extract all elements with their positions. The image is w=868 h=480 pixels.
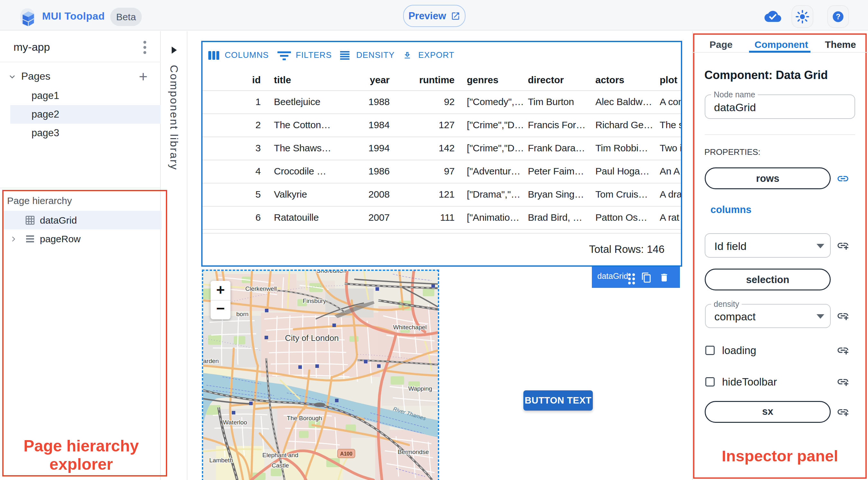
svg-text:Castle: Castle xyxy=(272,462,289,469)
svg-text:The Borough: The Borough xyxy=(287,415,322,421)
svg-text:Finsbury: Finsbury xyxy=(303,297,326,304)
svg-text:?: ? xyxy=(836,12,840,21)
svg-text:City of London: City of London xyxy=(285,333,339,343)
svg-text:Shoreditch: Shoreditch xyxy=(317,271,346,274)
svg-text:Wapping: Wapping xyxy=(408,385,432,392)
svg-text:Lambeth: Lambeth xyxy=(209,457,233,463)
svg-text:Bermondse: Bermondse xyxy=(398,449,429,455)
svg-text:Whitechapel: Whitechapel xyxy=(393,324,427,330)
svg-text:Elephant and: Elephant and xyxy=(262,452,298,458)
svg-text:arden: arden xyxy=(203,358,219,364)
svg-text:born: born xyxy=(236,311,248,317)
svg-text:Waterloo: Waterloo xyxy=(223,419,247,426)
svg-text:A100: A100 xyxy=(340,451,352,456)
svg-text:Clerkenwell: Clerkenwell xyxy=(245,285,277,292)
